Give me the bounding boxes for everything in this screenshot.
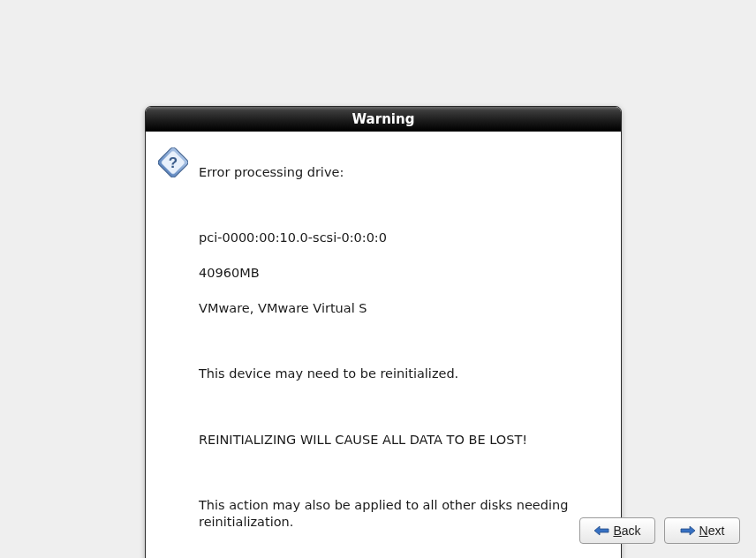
msg-data-loss: REINITIALIZING WILL CAUSE ALL DATA TO BE… (199, 432, 603, 449)
dialog-title: Warning (352, 111, 415, 127)
msg-vendor: VMware, VMware Virtual S (199, 300, 603, 317)
question-icon: ? (158, 147, 188, 177)
msg-apply-all: This action may also be applied to all o… (199, 497, 603, 531)
next-button[interactable]: Next (664, 517, 740, 544)
arrow-right-icon (680, 524, 696, 537)
msg-size: 40960MB (199, 265, 603, 282)
svg-marker-4 (681, 526, 695, 535)
msg-headline: Error processing drive: (199, 164, 603, 181)
arrow-left-icon (593, 524, 609, 537)
msg-reinit-notice: This device may need to be reinitialized… (199, 366, 603, 382)
warning-dialog: Warning ? Error processing drive: (145, 106, 622, 558)
dialog-titlebar: Warning (146, 107, 621, 132)
back-button[interactable]: Back (579, 517, 655, 544)
dialog-body: ? Error processing drive: pci-0000:00:10… (146, 132, 621, 558)
svg-marker-3 (594, 526, 609, 535)
wizard-footer: Back Next (579, 517, 740, 544)
svg-text:?: ? (169, 155, 178, 171)
dialog-message: Error processing drive: pci-0000:00:10.0… (199, 147, 603, 558)
msg-device-path: pci-0000:00:10.0-scsi-0:0:0:0 (199, 230, 603, 246)
